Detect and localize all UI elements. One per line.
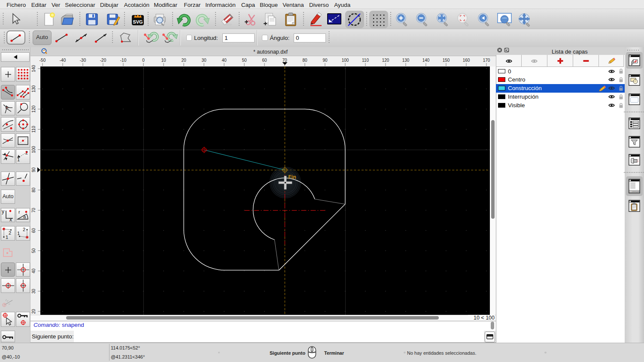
svg-text:a: a — [23, 214, 26, 219]
svg-text:90: 90 — [322, 58, 328, 63]
svg-text:0: 0 — [142, 58, 145, 63]
svg-text:-30: -30 — [80, 58, 86, 63]
svg-text:70: 70 — [282, 58, 287, 63]
svg-text:2: 2 — [23, 227, 25, 232]
svg-text:50: 50 — [31, 248, 36, 253]
svg-text:90: 90 — [31, 167, 36, 172]
svg-text:60: 60 — [262, 58, 267, 63]
svg-text:-40: -40 — [60, 58, 66, 63]
svg-text:-10: -10 — [120, 58, 127, 63]
svg-text:y: y — [2, 208, 4, 214]
svg-text:20: 20 — [31, 309, 36, 314]
svg-text:60: 60 — [31, 228, 36, 233]
svg-text:Fin: Fin — [289, 174, 296, 180]
svg-text:100: 100 — [31, 146, 36, 153]
svg-text:r: r — [18, 209, 20, 214]
svg-text:100: 100 — [342, 58, 349, 63]
svg-text:20: 20 — [181, 58, 186, 63]
svg-text:80: 80 — [31, 187, 36, 193]
svg-text:140: 140 — [422, 58, 430, 63]
svg-text:120: 120 — [382, 58, 389, 63]
svg-text:40: 40 — [222, 58, 227, 63]
svg-text:40: 40 — [31, 268, 36, 274]
svg-text:1: 1 — [17, 231, 20, 236]
svg-text:120: 120 — [31, 106, 36, 113]
svg-text:2: 2 — [9, 230, 11, 235]
svg-text:x: x — [9, 217, 12, 223]
svg-text:140: 140 — [31, 65, 36, 72]
svg-text:-20: -20 — [100, 58, 106, 63]
svg-text:30: 30 — [31, 289, 36, 294]
svg-text:10: 10 — [161, 58, 166, 63]
svg-text:70: 70 — [31, 208, 36, 213]
svg-text:150: 150 — [443, 58, 450, 63]
svg-text:30: 30 — [201, 58, 207, 63]
svg-text:1: 1 — [6, 235, 8, 240]
svg-text:50: 50 — [242, 58, 247, 63]
svg-text:110: 110 — [362, 58, 369, 63]
svg-text:c command: c command — [630, 190, 639, 193]
svg-text:110: 110 — [31, 126, 36, 133]
svg-text:-50: -50 — [39, 58, 46, 63]
svg-text:SVG: SVG — [133, 19, 143, 24]
svg-text:80: 80 — [302, 58, 307, 63]
svg-text:130: 130 — [402, 58, 410, 63]
svg-text:170: 170 — [483, 58, 490, 63]
svg-text:130: 130 — [31, 85, 36, 92]
svg-text:160: 160 — [463, 58, 470, 63]
